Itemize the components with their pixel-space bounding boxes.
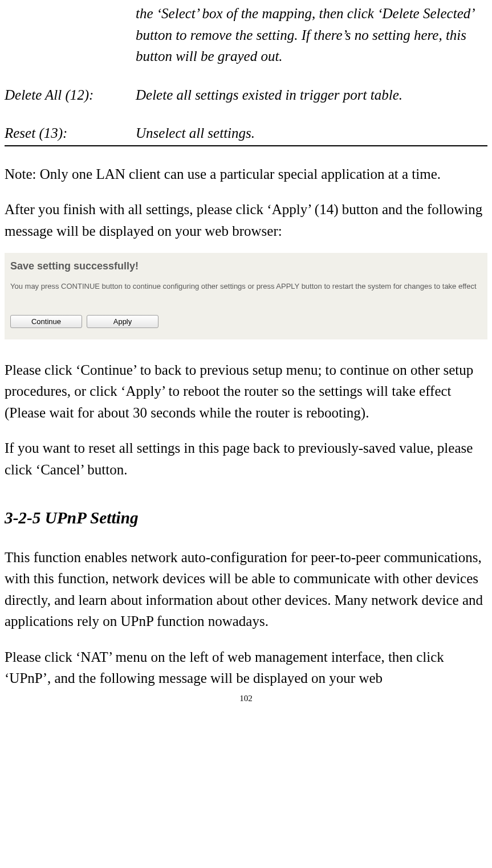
save-success-message: You may press CONTINUE button to continu… [10,281,482,292]
apply-instruction-text: After you finish with all settings, plea… [5,199,487,241]
definition-label: Delete All (12): [5,84,136,106]
definition-label: Reset (13): [5,122,136,144]
save-success-title: Save setting successfully! [10,259,482,274]
apply-button[interactable]: Apply [87,315,158,328]
definition-description: Unselect all settings. [136,122,487,144]
definition-continuation: the ‘Select’ box of the mapping, then cl… [5,3,487,67]
upnp-navigation-text: Please click ‘NAT’ menu on the left of w… [5,646,487,689]
reset-instruction-text: If you want to reset all settings in thi… [5,437,487,480]
button-row: Continue Apply [10,315,482,328]
definition-description: Delete all settings existed in trigger p… [136,84,487,106]
continue-instruction-text: Please click ‘Continue’ to back to previ… [5,359,487,424]
definition-reset: Reset (13): Unselect all settings. [5,122,487,146]
save-success-screenshot: Save setting successfully! You may press… [5,253,487,339]
upnp-description-text: This function enables network auto-confi… [5,547,487,632]
section-heading-upnp: 3-2-5 UPnP Setting [5,506,487,531]
continue-button[interactable]: Continue [10,315,82,328]
definition-description: the ‘Select’ box of the mapping, then cl… [136,3,487,67]
page-number: 102 [5,692,487,705]
definition-delete-all: Delete All (12): Delete all settings exi… [5,84,487,106]
note-text: Note: Only one LAN client can use a part… [5,163,487,185]
